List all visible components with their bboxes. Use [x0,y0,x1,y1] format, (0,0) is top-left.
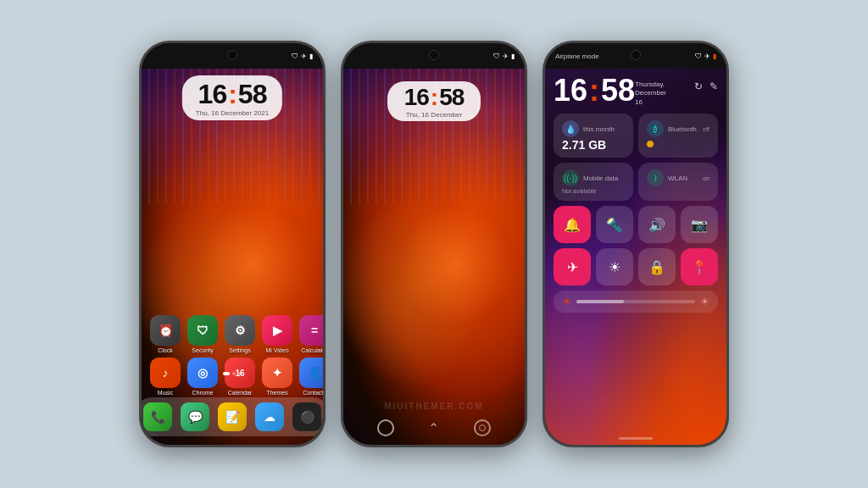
cc-wlan-status: on [703,175,709,181]
cc-content: 16 : 58 Thursday, December 16 ↻ ✎ [545,69,726,445]
clock-hours-1: 16 [198,80,227,108]
cc-tiles-row1: 💧 this month 2.71 GB ₿ Bluetooth off [554,114,718,158]
cc-tile-mobile[interactable]: ((·)) Mobile data Not available [554,163,633,201]
app-mivideo-label: Mi Video [265,347,288,353]
cc-bt-icon: ₿ [647,120,664,137]
nav-camera-btn[interactable] [474,419,491,436]
nav-home-btn[interactable] [377,419,394,436]
cc-tile-mobile-top: ((·)) Mobile data [562,169,625,186]
clock-date-2: Thu, 16 December [399,111,469,119]
app-security[interactable]: 🛡 Security [187,315,218,353]
phone-1-screen: 🛡 ✈ ▮ 16 : 58 Thu, 16 December 2021 ⏰ Cl… [142,43,323,445]
dot-2 [232,372,236,375]
status-icons-1: 🛡 ✈ ▮ [292,53,313,60]
cc-btn-volume[interactable]: 🔔 [554,206,591,243]
app-themes[interactable]: ✦ Themes [262,358,292,396]
cc-time-block: 16 : 58 [554,75,635,106]
cc-bt-dot [647,141,654,147]
phone-2-screen: 🛡 ✈ ▮ 16 : 58 Thu, 16 December ⌃ MIUITHE… [343,43,525,445]
cc-brightness-high-icon: ☀ [700,296,709,308]
dock-phone[interactable]: 📞 [143,402,172,431]
cc-tile-data-top: 💧 this month [562,120,625,137]
app-themes-icon: ✦ [262,358,292,388]
app-music[interactable]: ♪ Music [150,358,181,396]
bottom-nav-2: ⌃ [343,419,525,436]
cc-minutes: 58 [601,75,635,106]
cc-colon: : [589,75,599,106]
dock-files[interactable]: ☁ [255,402,284,431]
cc-status-bar: Airplane mode 🛡 ✈ ▮ [545,43,726,69]
cc-time: 16 : 58 [554,75,635,106]
app-settings-label: Settings [229,347,250,353]
phone-3-screen: Airplane mode 🛡 ✈ ▮ 16 : 58 Thursday, De… [545,43,726,445]
app-clock[interactable]: ⏰ Clock [150,315,181,353]
clock-minutes-1: 58 [238,80,267,108]
phone-1: 🛡 ✈ ▮ 16 : 58 Thu, 16 December 2021 ⏰ Cl… [139,41,326,447]
clock-time-2: 16 : 58 [399,86,469,109]
cc-bt-label: Bluetooth [668,125,697,133]
airplane-icon: ✈ [301,53,307,60]
cc-brightness-row: ☀ ☀ [554,291,718,313]
nav-up-arrow[interactable]: ⌃ [428,420,439,436]
app-settings[interactable]: ⚙ Settings [225,315,255,353]
cc-btn-sound[interactable]: 🔊 [638,206,676,243]
dot-3 [238,372,242,375]
cc-btn-flashlight[interactable]: 🔦 [596,206,633,243]
clock-colon-1: : [228,80,236,108]
cc-btn-camera[interactable]: 📷 [681,206,718,243]
cc-btn-grid-2: ✈ ☀ 🔒 📍 [554,248,718,286]
clock-colon-2: : [431,86,437,109]
app-chrome-label: Chrome [192,390,214,396]
dock-camera[interactable]: ⚫ [292,402,321,431]
car-glow-2 [343,124,525,405]
app-chrome[interactable]: ◎ Chrome [187,358,218,396]
cc-header-actions: ↻ ✎ [694,80,718,92]
dock-messages[interactable]: 💬 [181,402,209,431]
cc-btn-brightness[interactable]: ☀ [596,248,633,286]
clock-date-1: Thu, 16 December 2021 [196,109,269,117]
cc-edit-icon[interactable]: ✎ [709,80,718,92]
cc-wlan-label: WLAN [668,175,687,182]
battery-icon: ▮ [309,53,313,60]
app-clock-icon: ⏰ [150,315,181,346]
cc-data-value: 2.71 GB [562,139,625,151]
cc-date-line1: Thursday, December [635,80,694,98]
cc-data-label: this month [583,125,615,133]
cc-header: 16 : 58 Thursday, December 16 ↻ ✎ [554,75,718,107]
app-grid-row2: ♪ Music ◎ Chrome 16 Calendar ✦ Themes 👤 … [142,358,323,396]
app-settings-icon: ⚙ [225,315,255,346]
app-calculator-icon: = [299,315,323,346]
cc-data-icon: 💧 [562,120,579,137]
cc-brightness-fill [576,300,624,303]
app-contacts[interactable]: 👤 Contacts [299,358,323,396]
app-mivideo[interactable]: ▶ Mi Video [262,315,292,353]
app-grid-row1: ⏰ Clock 🛡 Security ⚙ Settings ▶ Mi Video… [142,315,323,353]
cc-wlan-icon: ⌇ [647,169,664,186]
clock-minutes-2: 58 [439,86,464,109]
cc-brightness-track[interactable] [576,300,695,303]
cc-refresh-icon[interactable]: ↻ [694,80,703,92]
cc-mobile-status: Not available [562,188,625,194]
cc-mobile-icon: ((·)) [562,169,579,186]
dot-active [223,372,230,375]
cc-date-block: Thursday, December 16 [635,80,694,107]
app-calculator-label: Calculator [301,347,323,353]
cc-btn-location[interactable]: 📍 [681,248,718,286]
clock-widget-1: 16 : 58 Thu, 16 December 2021 [182,75,282,120]
app-security-label: Security [192,347,213,353]
cc-tile-bluetooth[interactable]: ₿ Bluetooth off [638,114,718,158]
cc-date-line2: 16 [635,98,694,107]
scroll-dots-1 [223,372,242,375]
app-calendar[interactable]: 16 Calendar [225,358,255,396]
dock-1: 📞 💬 📝 ☁ ⚫ [142,397,323,436]
cc-btn-airplane[interactable]: ✈ [554,248,591,286]
cc-btn-lock[interactable]: 🔒 [638,248,676,286]
dock-notes[interactable]: 📝 [218,402,247,431]
cc-tile-wlan-top: ⌇ WLAN on [647,169,709,186]
cc-status-icons: 🛡 ✈ ▮ [695,53,716,60]
shield-icon-2: 🛡 [493,53,500,60]
app-calculator[interactable]: = Calculator [299,315,323,353]
cc-tile-data[interactable]: 💧 this month 2.71 GB [554,114,633,158]
cc-airplane-label: Airplane mode [555,53,599,60]
cc-tile-wlan[interactable]: ⌇ WLAN on [638,163,718,201]
